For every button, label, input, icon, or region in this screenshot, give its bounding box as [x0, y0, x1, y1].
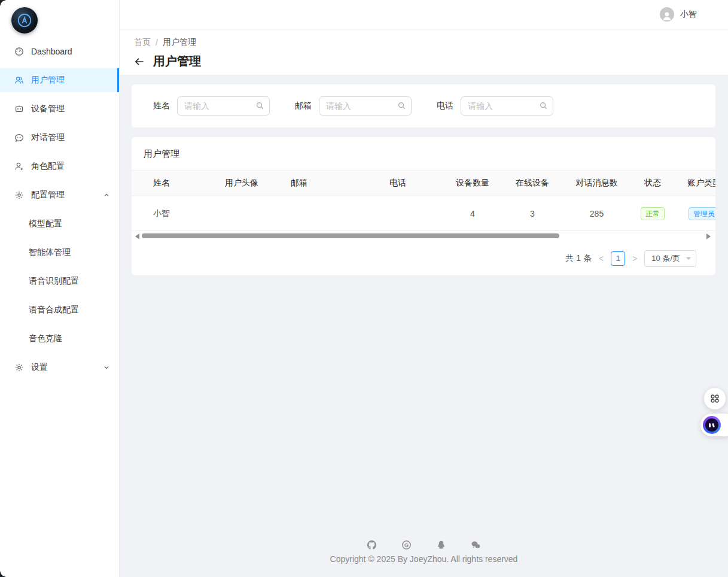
- status-badge: 正常: [641, 207, 665, 220]
- sidebar-subitem-tts-config[interactable]: 语音合成配置: [0, 298, 119, 322]
- scrollbar-thumb[interactable]: [142, 233, 559, 238]
- cell-account-type: 管理员: [674, 207, 715, 220]
- content-area: 姓名 邮箱 电话: [120, 75, 728, 577]
- breadcrumb: 首页 / 用户管理: [134, 37, 728, 48]
- gear-icon: [14, 363, 24, 372]
- column-header: 用户头像: [197, 178, 286, 189]
- filter-name-label: 姓名: [153, 101, 170, 111]
- sidebar-item-label: 角色配置: [31, 161, 65, 172]
- sidebar-subitem-model-config[interactable]: 模型配置: [0, 212, 119, 236]
- page-title: 用户管理: [153, 53, 201, 69]
- sidebar-subitem-voice-clone[interactable]: 音色克隆: [0, 327, 119, 351]
- svg-text:G: G: [404, 542, 409, 548]
- user-table-card: 用户管理 姓名 用户头像 邮箱 电话 设备数量 在线设备 对话消息数 状态 账户…: [132, 137, 715, 275]
- sidebar-subitem-agent-management[interactable]: 智能体管理: [0, 241, 119, 265]
- gitee-icon[interactable]: G: [401, 540, 412, 550]
- search-icon: [397, 101, 406, 110]
- page-size-select[interactable]: 10 条/页: [644, 250, 696, 267]
- sidebar-item-label: 用户管理: [31, 75, 65, 86]
- sidebar-item-label: Dashboard: [31, 47, 72, 56]
- chevron-up-icon: [103, 192, 109, 198]
- cell-status: 正常: [631, 207, 674, 220]
- dashboard-icon: [14, 47, 24, 56]
- back-arrow-icon[interactable]: [134, 56, 145, 67]
- chevron-down-icon: [686, 257, 691, 262]
- scroll-right-arrow[interactable]: [706, 233, 711, 239]
- search-icon: [255, 101, 264, 110]
- sidebar-item-device-management[interactable]: 设备管理: [0, 97, 119, 121]
- column-header: 对话消息数: [562, 178, 631, 189]
- column-header: 在线设备: [502, 178, 562, 189]
- sidebar-item-config-management[interactable]: 配置管理: [0, 183, 119, 207]
- filter-phone-label: 电话: [437, 101, 453, 111]
- topbar: 小智: [120, 0, 728, 29]
- sidebar-item-settings[interactable]: 设置: [0, 356, 119, 379]
- column-header: 设备数量: [443, 178, 502, 189]
- filter-phone-group: 电话: [437, 96, 553, 116]
- column-header: 邮箱: [286, 178, 385, 189]
- table-row: 小智 4 3 285 正常 管理员: [132, 196, 715, 231]
- device-icon: [14, 104, 24, 114]
- sidebar-item-chat-management[interactable]: 对话管理: [0, 126, 119, 150]
- next-page-button[interactable]: >: [631, 254, 638, 263]
- sidebar-item-label: 模型配置: [29, 218, 62, 229]
- sidebar-menu: Dashboard 用户管理 设备管理 对话管理 角色配置: [0, 40, 119, 379]
- page-size-value: 10 条/页: [651, 254, 680, 263]
- filter-email-label: 邮箱: [295, 101, 312, 111]
- footer: G Copyright © 2025 By JoeyZhou. All righ…: [120, 540, 728, 564]
- sidebar-item-dashboard[interactable]: Dashboard: [0, 40, 119, 63]
- table-header-row: 姓名 用户头像 邮箱 电话 设备数量 在线设备 对话消息数 状态 账户类型: [132, 170, 715, 196]
- sidebar-item-label: 设置: [31, 362, 48, 373]
- cell-message-count: 285: [562, 209, 631, 218]
- team-icon: [14, 75, 24, 85]
- sidebar-item-label: 配置管理: [31, 190, 65, 201]
- user-add-icon: [14, 162, 24, 171]
- sidebar-item-role-config[interactable]: 角色配置: [0, 154, 119, 178]
- sidebar-item-label: 音色克隆: [29, 333, 62, 344]
- github-icon[interactable]: [367, 540, 377, 550]
- pagination: 共 1 条 < 1 > 10 条/页: [132, 250, 715, 267]
- quick-panel-button[interactable]: [704, 388, 726, 409]
- horizontal-scrollbar[interactable]: [132, 232, 715, 240]
- breadcrumb-home[interactable]: 首页: [134, 37, 151, 48]
- wechat-icon[interactable]: [471, 540, 481, 550]
- page-header: 首页 / 用户管理 用户管理: [120, 29, 728, 75]
- sidebar: Dashboard 用户管理 设备管理 对话管理 角色配置: [0, 0, 120, 577]
- grid-icon: [709, 393, 721, 405]
- sidebar-item-label: 智能体管理: [29, 247, 71, 258]
- cell-name: 小智: [132, 208, 197, 219]
- prev-page-button[interactable]: <: [598, 254, 605, 263]
- sidebar-item-user-management[interactable]: 用户管理: [0, 68, 119, 92]
- chat-bubble-icon: [14, 133, 24, 142]
- search-icon: [539, 101, 548, 110]
- column-header: 姓名: [132, 178, 197, 189]
- robot-icon: [703, 416, 721, 434]
- filter-card: 姓名 邮箱 电话: [132, 84, 715, 127]
- scroll-left-arrow[interactable]: [135, 233, 139, 239]
- pagination-total: 共 1 条: [565, 253, 592, 264]
- sidebar-subitem-asr-config[interactable]: 语音识别配置: [0, 269, 119, 293]
- username-label[interactable]: 小智: [680, 9, 697, 20]
- account-type-badge: 管理员: [689, 207, 715, 220]
- app-logo[interactable]: [11, 7, 38, 34]
- sidebar-item-label: 设备管理: [31, 104, 65, 114]
- cell-online-devices: 3: [502, 209, 562, 218]
- user-table: 姓名 用户头像 邮箱 电话 设备数量 在线设备 对话消息数 状态 账户类型 小智…: [132, 170, 715, 231]
- breadcrumb-current: 用户管理: [163, 37, 196, 48]
- gear-icon: [14, 190, 24, 200]
- column-header: 账户类型: [674, 178, 715, 189]
- breadcrumb-separator: /: [156, 38, 158, 47]
- chevron-down-icon: [103, 365, 109, 371]
- assistant-robot-button[interactable]: [700, 414, 728, 436]
- qq-icon[interactable]: [436, 540, 446, 550]
- filter-email-group: 邮箱: [295, 96, 412, 116]
- table-card-title: 用户管理: [132, 137, 715, 170]
- filter-name-group: 姓名: [153, 96, 270, 116]
- user-avatar[interactable]: [660, 7, 674, 22]
- sidebar-item-label: 语音合成配置: [29, 305, 79, 315]
- page-number-1[interactable]: 1: [611, 251, 625, 266]
- cell-device-count: 4: [443, 209, 502, 218]
- sidebar-item-label: 对话管理: [31, 132, 65, 143]
- sidebar-item-label: 语音识别配置: [29, 276, 79, 287]
- column-header: 状态: [631, 178, 674, 189]
